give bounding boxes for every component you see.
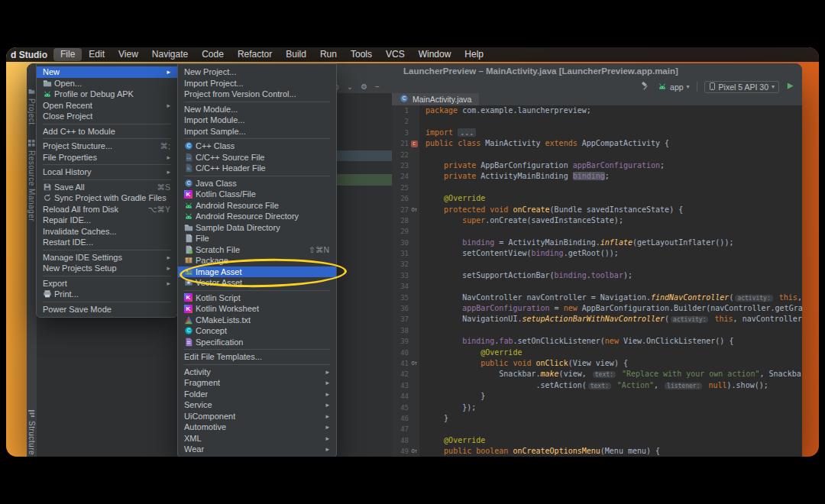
code-line[interactable]: 32: [392, 259, 802, 270]
gutter-cell[interactable]: 25: [392, 183, 419, 193]
new-submenu-item-new-module[interactable]: New Module...: [178, 104, 336, 115]
gutter-cell[interactable]: 36: [392, 303, 419, 314]
gutter-cell[interactable]: 21c: [392, 138, 419, 149]
gutter-cell[interactable]: 46: [392, 413, 419, 424]
new-submenu-item-package[interactable]: Package: [178, 255, 336, 267]
gutter-cell[interactable]: 23: [392, 160, 419, 171]
file-menu-item-power-save-mode[interactable]: Power Save Mode: [37, 304, 177, 315]
gutter-cell[interactable]: 32: [392, 259, 419, 270]
new-submenu-item-automotive[interactable]: Automotive▸: [178, 422, 336, 433]
file-menu-item-profile-or-debug-apk[interactable]: Profile or Debug APK: [37, 89, 177, 100]
code-line[interactable]: 1package com.example.launcherpreview;: [392, 105, 802, 116]
code-line[interactable]: 25: [392, 183, 802, 193]
menubar-item-file[interactable]: File: [53, 48, 82, 61]
gutter-cell[interactable]: 26: [392, 193, 419, 204]
menubar-item-edit[interactable]: Edit: [82, 48, 112, 61]
code-line[interactable]: 31 setContentView(binding.getRoot());: [392, 248, 802, 259]
menubar-item-tools[interactable]: Tools: [344, 48, 379, 61]
new-submenu-item-kotlin-class-file[interactable]: KKotlin Class/File: [178, 189, 336, 200]
gutter-cell[interactable]: 27o↑: [392, 205, 419, 215]
file-menu-item-open[interactable]: Open...: [37, 78, 177, 89]
file-menu-item-new-projects-setup[interactable]: New Projects Setup▸: [37, 263, 177, 274]
menubar-item-window[interactable]: Window: [412, 48, 458, 61]
file-menu-item-manage-ide-settings[interactable]: Manage IDE Settings▸: [37, 252, 177, 263]
new-submenu-item-sample-data-directory[interactable]: Sample Data Directory: [178, 222, 336, 234]
new-submenu-item-cmakelists-txt[interactable]: CMakeLists.txt: [178, 315, 336, 326]
overrides-method-gutter-icon[interactable]: o↑: [409, 447, 419, 456]
gutter-cell[interactable]: 31: [392, 248, 419, 259]
run-button[interactable]: [786, 82, 794, 92]
new-submenu-item-c-c-header-file[interactable]: hC/C++ Header File: [178, 163, 336, 174]
new-submenu-item-import-sample[interactable]: Import Sample...: [178, 126, 336, 137]
gutter-cell[interactable]: 44: [392, 391, 419, 402]
file-menu-item-save-all[interactable]: Save All⌘S: [37, 182, 177, 193]
gutter-cell[interactable]: 49o↑: [392, 446, 419, 457]
gutter-cell[interactable]: 37: [392, 314, 419, 325]
code-line[interactable]: 34: [392, 281, 802, 292]
code-line[interactable]: 48 @Override: [392, 435, 802, 446]
new-submenu-item-kotlin-script[interactable]: KKotlin Script: [178, 292, 336, 304]
file-menu-item-reload-all-from-disk[interactable]: Reload All from Disk⌥⌘Y: [37, 204, 177, 215]
gutter-cell[interactable]: 24: [392, 171, 419, 182]
menubar-item-view[interactable]: View: [112, 48, 145, 61]
code-line[interactable]: 23 private AppBarConfiguration appBarCon…: [392, 160, 802, 171]
code-line[interactable]: 40 @Override: [392, 347, 802, 358]
code-line[interactable]: 38: [392, 325, 802, 336]
gutter-cell[interactable]: 40: [392, 347, 419, 358]
file-menu-item-sync-project-with-gradle-files[interactable]: Sync Project with Gradle Files: [37, 192, 177, 204]
new-submenu-item-folder[interactable]: Folder▸: [178, 389, 336, 400]
gutter-cell[interactable]: 43: [392, 380, 419, 391]
file-menu-item-open-recent[interactable]: Open Recent▸: [37, 100, 177, 111]
gutter-cell[interactable]: 30: [392, 237, 419, 248]
code-line[interactable]: 21cpublic class MainActivity extends App…: [392, 138, 802, 149]
code-editor[interactable]: 1package com.example.launcherpreview;23i…: [392, 105, 802, 457]
new-submenu-item-concept[interactable]: CConcept: [178, 325, 336, 337]
module-selector[interactable]: app ▾: [658, 82, 690, 92]
expand-icon[interactable]: ⌄: [347, 82, 353, 92]
new-submenu-item-file[interactable]: File: [178, 233, 336, 244]
file-menu-item-restart-ide[interactable]: Restart IDE...: [37, 237, 177, 248]
code-line[interactable]: 28 super.onCreate(savedInstanceState);: [392, 215, 802, 226]
gutter-cell[interactable]: 34: [392, 281, 419, 292]
code-line[interactable]: 37 NavigationUI.setupActionBarWithNavCon…: [392, 314, 802, 325]
code-line[interactable]: 24 private ActivityMainBinding binding;: [392, 171, 802, 182]
code-line[interactable]: 26 @Override: [392, 193, 802, 204]
tool-window-button-structure[interactable]: Structure: [27, 410, 37, 455]
file-menu-item-close-project[interactable]: Close Project: [37, 111, 177, 122]
new-submenu-item-import-module[interactable]: Import Module...: [178, 115, 336, 126]
gutter-cell[interactable]: 28: [392, 215, 419, 226]
new-submenu-item-import-project[interactable]: Import Project...: [178, 78, 336, 89]
new-submenu-item-c-c-source-file[interactable]: ++C/C++ Source File: [178, 152, 336, 163]
hide-icon[interactable]: −: [375, 82, 380, 92]
new-submenu-item-android-resource-directory[interactable]: Android Resource Directory: [178, 211, 336, 222]
menubar-item-vcs[interactable]: VCS: [379, 48, 412, 61]
file-menu-item-print[interactable]: Print...: [37, 289, 177, 300]
file-menu-item-project-structure[interactable]: Project Structure...⌘;: [37, 141, 177, 152]
gutter-cell[interactable]: 45: [392, 402, 419, 413]
code-line[interactable]: 46 }: [392, 413, 802, 424]
new-submenu-item-specification[interactable]: Specification: [178, 337, 336, 348]
new-submenu-item-c-class[interactable]: CC++ Class: [178, 141, 336, 152]
new-submenu-item-uicomponent[interactable]: UiComponent▸: [178, 411, 336, 422]
gutter-cell[interactable]: 48: [392, 435, 419, 446]
menubar-item-help[interactable]: Help: [458, 48, 490, 61]
gutter-cell[interactable]: 33: [392, 270, 419, 281]
code-line[interactable]: 42 Snackbar.make(view, text: "Replace wi…: [392, 369, 802, 380]
overrides-method-gutter-icon[interactable]: o↑: [409, 360, 419, 368]
gutter-cell[interactable]: 35: [392, 292, 419, 303]
gutter-cell[interactable]: 42: [392, 369, 419, 380]
code-line[interactable]: 47: [392, 424, 802, 435]
menubar-item-build[interactable]: Build: [279, 48, 313, 61]
new-submenu-item-android-resource-file[interactable]: Android Resource File: [178, 200, 336, 212]
gutter-cell[interactable]: 41o↑: [392, 358, 419, 369]
class-gutter-icon[interactable]: c: [409, 140, 419, 148]
new-submenu-item-kotlin-worksheet[interactable]: KKotlin Worksheet: [178, 303, 336, 315]
code-line[interactable]: 36 appBarConfiguration = new AppBarConfi…: [392, 303, 802, 314]
menubar-item-code[interactable]: Code: [195, 48, 231, 61]
file-menu-item-local-history[interactable]: Local History▸: [37, 166, 177, 178]
code-line[interactable]: 2: [392, 116, 802, 127]
code-line[interactable]: 30 binding = ActivityMainBinding.inflate…: [392, 237, 802, 248]
new-submenu-item-vector-asset[interactable]: Vector Asset: [178, 277, 336, 289]
gutter-cell[interactable]: 2: [392, 116, 419, 127]
file-menu-item-add-c-to-module[interactable]: Add C++ to Module: [37, 126, 177, 137]
